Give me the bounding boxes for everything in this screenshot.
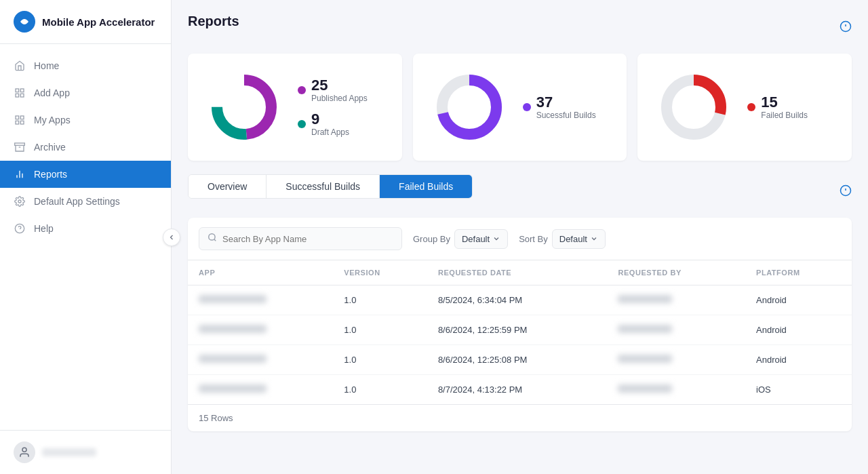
table-body: 1.0 8/5/2024, 6:34:04 PM Android 1.0 8/6… xyxy=(188,285,852,405)
sidebar-collapse-button[interactable] xyxy=(163,229,180,246)
sidebar-item-label-add-app: Add App xyxy=(34,87,70,98)
data-table: APP VERSION REQUESTED DATE REQUESTED BY … xyxy=(188,260,852,404)
user-name xyxy=(42,448,96,456)
rows-count: 15 Rows xyxy=(199,413,233,423)
user-profile[interactable] xyxy=(0,430,171,474)
table-toolbar: Group By Default Sort By Default xyxy=(188,218,852,260)
help-icon xyxy=(14,222,26,235)
table-row: 1.0 8/6/2024, 12:25:08 PM Android xyxy=(188,345,852,375)
svg-point-30 xyxy=(209,234,215,240)
table-row: 1.0 8/6/2024, 12:25:59 PM Android xyxy=(188,315,852,345)
published-apps-desc: Published Apps xyxy=(311,94,368,103)
cell-platform: Android xyxy=(745,315,852,345)
my-apps-icon xyxy=(14,114,26,126)
apps-donut-chart xyxy=(207,70,281,144)
failed-builds-label: 15 Failed Builds xyxy=(747,94,808,120)
successful-builds-desc: Sucessful Builds xyxy=(536,111,596,120)
table-wrapper: APP VERSION REQUESTED DATE REQUESTED BY … xyxy=(188,260,852,404)
cell-app xyxy=(188,285,333,315)
sidebar-item-label-help: Help xyxy=(34,223,54,234)
successful-builds-labels: 37 Sucessful Builds xyxy=(523,94,596,120)
svg-rect-4 xyxy=(20,94,24,97)
avatar xyxy=(14,441,35,463)
sidebar-item-label-reports: Reports xyxy=(34,169,67,180)
sort-by-label: Sort By xyxy=(519,234,548,244)
sidebar-item-archive[interactable]: Archive xyxy=(0,134,171,161)
stats-row: 25 Published Apps 9 Draft Apps xyxy=(188,54,852,161)
sidebar-item-label-settings: Default App Settings xyxy=(34,196,120,207)
cell-requested-by xyxy=(607,375,745,405)
sort-by-filter: Sort By Default xyxy=(519,229,606,249)
sidebar-item-my-apps[interactable]: My Apps xyxy=(0,106,171,134)
svg-rect-7 xyxy=(16,121,19,124)
page-title: Reports xyxy=(188,14,239,29)
tab-overview[interactable]: Overview xyxy=(189,175,267,198)
successful-builds-donut xyxy=(432,70,507,144)
blurred-app-name xyxy=(199,384,267,393)
group-by-select[interactable]: Default xyxy=(454,229,508,249)
sidebar-item-help[interactable]: Help xyxy=(0,215,171,242)
cell-platform: Android xyxy=(745,345,852,375)
app-title: Mobile App Accelerator xyxy=(42,16,155,28)
sidebar-item-settings[interactable]: Default App Settings xyxy=(0,188,171,215)
cell-version: 1.0 xyxy=(333,285,427,315)
home-icon xyxy=(14,60,26,72)
table-info-icon[interactable] xyxy=(840,184,852,199)
sidebar-logo: Mobile App Accelerator xyxy=(0,0,171,44)
published-apps-number: 25 xyxy=(311,77,368,94)
draft-apps-label: 9 Draft Apps xyxy=(298,111,368,137)
sort-by-select[interactable]: Default xyxy=(552,229,606,249)
col-version: VERSION xyxy=(333,260,427,285)
sidebar-item-add-app[interactable]: Add App xyxy=(0,79,171,106)
svg-point-14 xyxy=(18,200,21,203)
archive-icon xyxy=(14,141,26,153)
svg-rect-3 xyxy=(16,94,19,97)
failed-builds-number: 15 xyxy=(761,94,808,111)
cell-date: 8/5/2024, 6:34:04 PM xyxy=(427,285,608,315)
successful-builds-card: 37 Sucessful Builds xyxy=(413,54,627,161)
col-app: APP xyxy=(188,260,333,285)
cell-app xyxy=(188,315,333,345)
failed-dot xyxy=(747,103,755,111)
search-box[interactable] xyxy=(199,227,402,250)
failed-builds-labels: 15 Failed Builds xyxy=(747,94,808,120)
draft-apps-desc: Draft Apps xyxy=(311,127,349,137)
sidebar-item-home[interactable]: Home xyxy=(0,52,171,79)
blurred-app-name xyxy=(199,295,267,303)
cell-date: 8/6/2024, 12:25:08 PM xyxy=(427,345,608,375)
table-row: 1.0 8/5/2024, 6:34:04 PM Android xyxy=(188,285,852,315)
svg-rect-6 xyxy=(20,116,24,119)
published-apps-card: 25 Published Apps 9 Draft Apps xyxy=(188,54,402,161)
cell-version: 1.0 xyxy=(333,375,427,405)
failed-builds-table-section: Group By Default Sort By Default xyxy=(188,218,852,431)
sidebar-item-label-home: Home xyxy=(34,60,59,71)
reports-icon xyxy=(14,168,26,180)
main-content: Reports xyxy=(172,0,868,474)
published-apps-label: 25 Published Apps xyxy=(298,77,368,103)
col-platform: PLATFORM xyxy=(745,260,852,285)
svg-rect-8 xyxy=(20,121,24,124)
blurred-user xyxy=(618,325,672,333)
cell-platform: Android xyxy=(745,285,852,315)
svg-rect-2 xyxy=(20,89,24,92)
table-footer: 15 Rows xyxy=(188,404,852,431)
apps-stat-labels: 25 Published Apps 9 Draft Apps xyxy=(298,77,368,137)
svg-rect-9 xyxy=(15,143,25,145)
cell-requested-by xyxy=(607,315,745,345)
svg-point-17 xyxy=(22,448,26,452)
blurred-user xyxy=(618,295,672,303)
blurred-user xyxy=(618,355,672,363)
cell-app xyxy=(188,345,333,375)
cell-requested-by xyxy=(607,345,745,375)
tab-successful-builds[interactable]: Successful Builds xyxy=(267,175,380,198)
search-input[interactable] xyxy=(222,234,393,244)
sidebar-item-label-my-apps: My Apps xyxy=(34,115,71,125)
failed-builds-desc: Failed Builds xyxy=(761,111,808,120)
tab-failed-builds[interactable]: Failed Builds xyxy=(380,175,472,198)
cell-version: 1.0 xyxy=(333,315,427,345)
blurred-app-name xyxy=(199,325,267,333)
page-info-icon[interactable] xyxy=(840,20,852,35)
successful-builds-number: 37 xyxy=(536,94,596,111)
cell-date: 8/7/2024, 4:13:22 PM xyxy=(427,375,608,405)
sidebar-item-reports[interactable]: Reports xyxy=(0,161,171,188)
